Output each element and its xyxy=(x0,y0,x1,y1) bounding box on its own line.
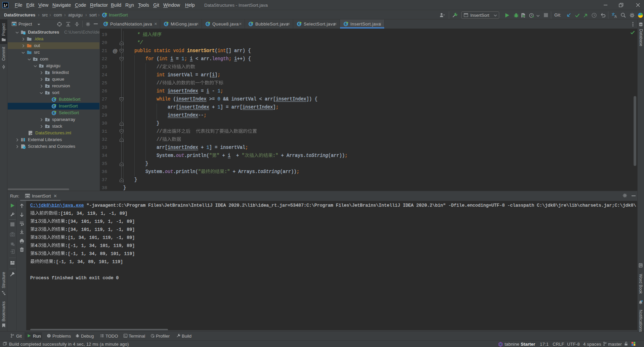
svg-text:A: A xyxy=(614,14,617,18)
